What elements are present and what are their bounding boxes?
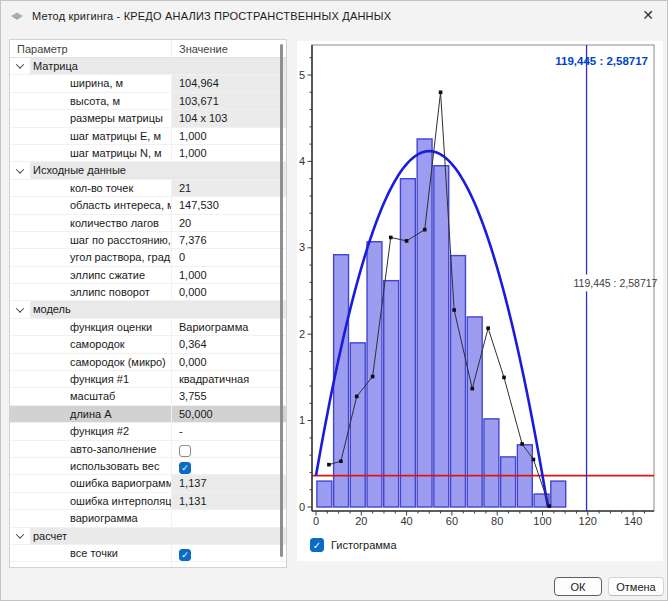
- close-icon[interactable]: ✕: [642, 7, 654, 23]
- group-label: расчет: [30, 528, 286, 544]
- param-row[interactable]: [10, 562, 286, 568]
- param-value[interactable]: Вариограмма: [171, 319, 286, 335]
- table-scrollbar[interactable]: [277, 40, 286, 567]
- param-value[interactable]: 0: [171, 249, 286, 265]
- ok-button[interactable]: ОК: [554, 577, 602, 596]
- param-row[interactable]: все точки✓: [10, 545, 286, 562]
- chevron-down-icon[interactable]: [16, 165, 24, 173]
- histogram-checkbox[interactable]: ✓: [310, 538, 324, 552]
- param-row[interactable]: ошибка интерполяции1,131: [10, 493, 286, 510]
- app-logo-icon: [10, 9, 24, 23]
- crosshair-label-top: 119,445 : 2,58717: [555, 55, 648, 67]
- param-value[interactable]: 0,000: [171, 354, 286, 370]
- param-label: ошибка вариограммы: [30, 475, 171, 491]
- param-label: эллипс сжатие: [30, 267, 171, 283]
- param-row[interactable]: самородок0,364: [10, 336, 286, 353]
- chevron-down-icon[interactable]: [16, 530, 24, 538]
- row-gutter: [10, 510, 30, 526]
- param-row[interactable]: размеры матрицы104 x 103: [10, 110, 286, 127]
- param-row[interactable]: ширина, м104,964: [10, 75, 286, 92]
- param-row[interactable]: функция #2-: [10, 423, 286, 440]
- row-gutter: [10, 284, 30, 300]
- param-row[interactable]: шаг матрицы E, м1,000: [10, 128, 286, 145]
- param-value[interactable]: [171, 510, 286, 526]
- param-value[interactable]: -: [171, 423, 286, 439]
- param-label: функция #1: [30, 371, 171, 387]
- row-gutter: [10, 388, 30, 404]
- row-gutter: [10, 354, 30, 370]
- svg-text:40: 40: [400, 515, 412, 527]
- param-value[interactable]: квадратичная: [171, 371, 286, 387]
- y-axis-labels: 012345: [299, 69, 305, 513]
- checkbox-unchecked[interactable]: [179, 445, 191, 457]
- param-row[interactable]: количество лагов20: [10, 215, 286, 232]
- param-value[interactable]: 7,376: [171, 232, 286, 248]
- param-value[interactable]: 50,000: [171, 406, 286, 422]
- param-value[interactable]: 147,530: [171, 197, 286, 213]
- param-row[interactable]: эллипс поворот0,000: [10, 284, 286, 301]
- param-value[interactable]: ✓: [171, 458, 286, 474]
- param-row[interactable]: авто-заполнение: [10, 441, 286, 458]
- param-value: 1,137: [171, 475, 286, 491]
- param-label: все точки: [30, 545, 171, 561]
- param-row[interactable]: длина A50,000: [10, 406, 286, 423]
- row-gutter: [10, 145, 30, 161]
- svg-text:2: 2: [299, 328, 305, 340]
- row-gutter: [10, 162, 30, 178]
- param-value[interactable]: [171, 441, 286, 457]
- group-row[interactable]: расчет: [10, 528, 286, 545]
- param-value[interactable]: 0,364: [171, 336, 286, 352]
- chevron-down-icon[interactable]: [16, 61, 24, 69]
- row-gutter: [10, 128, 30, 144]
- row-gutter: [10, 528, 30, 544]
- param-value[interactable]: 1,000: [171, 128, 286, 144]
- chevron-down-icon[interactable]: [16, 304, 24, 312]
- row-gutter: [10, 458, 30, 474]
- param-row[interactable]: шаг матрицы N, м1,000: [10, 145, 286, 162]
- param-row[interactable]: вариограмма: [10, 510, 286, 527]
- chart-panel: 020406080100120140012345119,445 : 2,5871…: [297, 41, 663, 561]
- crosshair-label-mid: 119,445 : 2,58717: [574, 277, 658, 289]
- param-value[interactable]: ✓: [171, 545, 286, 561]
- row-gutter: [10, 319, 30, 335]
- param-value[interactable]: 3,755: [171, 388, 286, 404]
- param-row[interactable]: самородок (микро)0,000: [10, 354, 286, 371]
- row-gutter: [10, 180, 30, 196]
- param-row[interactable]: функция #1квадратичная: [10, 371, 286, 388]
- param-row[interactable]: угол раствора, град.0: [10, 249, 286, 266]
- param-row[interactable]: высота, м103,671: [10, 93, 286, 110]
- title-bar: Метод кригинга - КРЕДО АНАЛИЗ ПРОСТРАНСТ…: [1, 1, 667, 31]
- param-row[interactable]: функция оценкиВариограмма: [10, 319, 286, 336]
- param-row[interactable]: область интереса, м147,530: [10, 197, 286, 214]
- checkbox-checked[interactable]: ✓: [179, 549, 191, 561]
- row-gutter: [10, 441, 30, 457]
- param-row[interactable]: масштаб3,755: [10, 388, 286, 405]
- param-row[interactable]: шаг по расстоянию, м7,376: [10, 232, 286, 249]
- svg-text:80: 80: [491, 515, 503, 527]
- row-gutter: [10, 93, 30, 109]
- param-value[interactable]: 1,000: [171, 145, 286, 161]
- row-gutter: [10, 75, 30, 91]
- param-value[interactable]: [171, 562, 286, 568]
- table-header: Параметр Значение: [10, 40, 286, 58]
- group-row[interactable]: модель: [10, 301, 286, 318]
- param-value[interactable]: 20: [171, 215, 286, 231]
- row-gutter: [10, 475, 30, 491]
- scrollbar-thumb[interactable]: [280, 44, 283, 557]
- param-row[interactable]: эллипс сжатие1,000: [10, 267, 286, 284]
- param-value[interactable]: 0,000: [171, 284, 286, 300]
- param-row[interactable]: кол-во точек21: [10, 180, 286, 197]
- group-row[interactable]: Исходные данные: [10, 162, 286, 179]
- checkbox-checked[interactable]: ✓: [179, 462, 191, 474]
- histogram-checkbox-label: Гистограмма: [331, 539, 397, 551]
- param-row[interactable]: ошибка вариограммы1,137: [10, 475, 286, 492]
- cancel-button[interactable]: Отмена: [608, 577, 664, 596]
- param-value[interactable]: 1,000: [171, 267, 286, 283]
- param-label: авто-заполнение: [30, 441, 171, 457]
- group-label: Матрица: [30, 58, 286, 74]
- group-row[interactable]: Матрица: [10, 58, 286, 75]
- param-row[interactable]: использовать вес✓: [10, 458, 286, 475]
- row-gutter: [10, 493, 30, 509]
- param-label: использовать вес: [30, 458, 171, 474]
- variogram-chart[interactable]: 020406080100120140012345119,445 : 2,5871…: [297, 41, 663, 535]
